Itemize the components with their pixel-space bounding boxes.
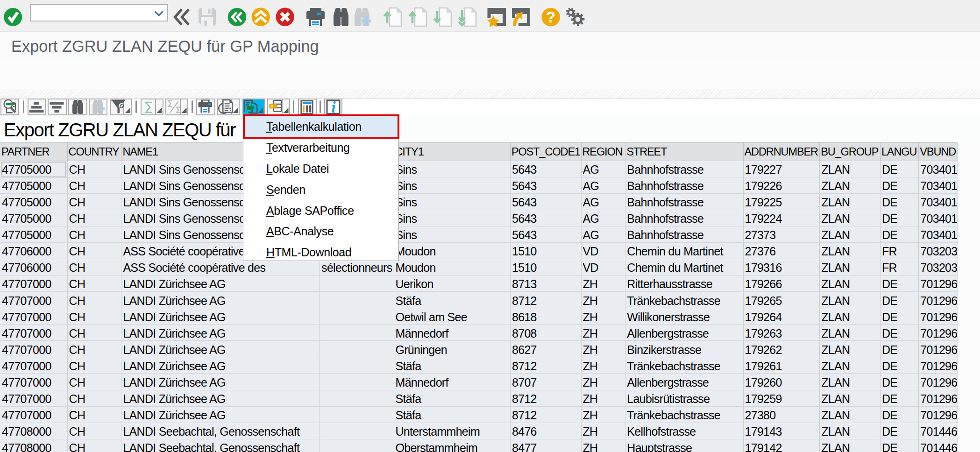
svg-text:?: ? [546, 8, 555, 26]
svg-text:i: i [331, 99, 336, 115]
